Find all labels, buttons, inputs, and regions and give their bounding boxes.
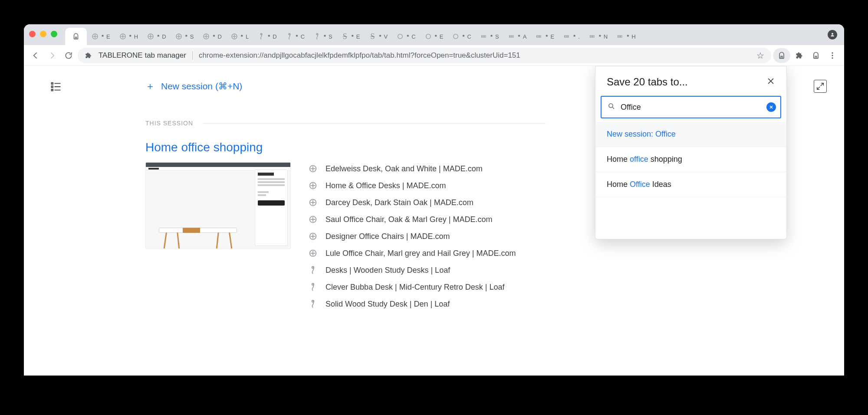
- window-close-button[interactable]: [29, 31, 36, 37]
- browser-tab[interactable]: *A: [503, 28, 531, 45]
- tab-strip: *E*H*D*S*D*L*D*C*SS*ES*V*C*E*C*S*A*E*.*N…: [24, 24, 844, 45]
- extension-pinned-button[interactable]: [809, 48, 823, 63]
- browser-tab[interactable]: *E: [87, 28, 115, 45]
- popup-result-item[interactable]: New session: Office: [595, 122, 786, 147]
- profile-avatar-button[interactable]: [828, 30, 837, 39]
- view-list-toggle[interactable]: [50, 81, 85, 95]
- browser-window: *E*H*D*S*D*L*D*C*SS*ES*V*C*E*C*S*A*E*.*N…: [24, 24, 844, 376]
- session-title[interactable]: Home office shopping: [145, 141, 631, 154]
- o-favicon-icon: [396, 33, 404, 40]
- browser-tab[interactable]: *E: [420, 28, 448, 45]
- made-favicon-icon: [308, 164, 318, 173]
- svg-rect-29: [510, 35, 511, 38]
- made-favicon-icon: [308, 248, 318, 258]
- browser-tab[interactable]: *N: [584, 28, 612, 45]
- browser-tab[interactable]: S*E: [337, 28, 365, 45]
- tab-row-title: Clever Bubba Desk | Mid-Century Retro De…: [326, 283, 505, 292]
- extension-tablerone-button[interactable]: [773, 48, 790, 63]
- made-favicon-icon: [308, 232, 318, 241]
- session-thumbnail[interactable]: [145, 162, 291, 249]
- section-header: THIS SESSION: [145, 120, 631, 127]
- session-tab-row[interactable]: Darcey Desk, Dark Stain Oak | MADE.com: [308, 198, 516, 207]
- svg-rect-40: [590, 35, 591, 38]
- forward-button[interactable]: [45, 48, 59, 63]
- loaf-favicon-icon: [308, 265, 318, 275]
- tab-row-title: Edelweiss Desk, Oak and White | MADE.com: [326, 164, 483, 173]
- popup-result-item[interactable]: Home Office Ideas: [595, 172, 786, 197]
- browser-tab[interactable]: S*V: [365, 28, 392, 45]
- made-favicon-icon: [175, 33, 183, 40]
- made-favicon-icon: [91, 33, 99, 40]
- svg-rect-34: [539, 35, 540, 38]
- browser-tab[interactable]: *C: [281, 28, 309, 45]
- session-tab-list: Edelweiss Desk, Oak and White | MADE.com…: [308, 162, 516, 309]
- session-tab-row[interactable]: Solid Wood Study Desk | Den | Loaf: [308, 299, 516, 309]
- svg-rect-36: [564, 35, 565, 38]
- browser-tab[interactable]: *S: [309, 28, 337, 45]
- browser-tab[interactable]: *C: [447, 28, 475, 45]
- svg-rect-41: [591, 35, 592, 38]
- popup-result-item[interactable]: Home office shopping: [595, 147, 786, 172]
- session-tab-row[interactable]: Saul Office Chair, Oak & Marl Grey | MAD…: [308, 215, 516, 224]
- save-tabs-popup: Save 20 tabs to... New session: OfficeHo…: [595, 66, 787, 239]
- browser-tab[interactable]: *H: [115, 28, 142, 45]
- svg-rect-28: [509, 35, 510, 38]
- o-favicon-icon: [452, 33, 460, 40]
- browser-tab[interactable]: [65, 28, 87, 45]
- omnibox-url: chrome-extension://andpjllgocabfacjlelkf…: [199, 51, 750, 60]
- browser-tab[interactable]: *L: [226, 28, 253, 45]
- svg-rect-46: [620, 35, 621, 38]
- session-tab-row[interactable]: Edelweiss Desk, Oak and White | MADE.com: [308, 164, 516, 173]
- browser-tab[interactable]: *D: [198, 28, 226, 45]
- browser-tab[interactable]: *D: [142, 28, 170, 45]
- svg-rect-35: [540, 35, 541, 38]
- svg-rect-31: [513, 35, 514, 38]
- bar-favicon-icon: [589, 33, 596, 40]
- tab-row-title: Home & Office Desks | MADE.com: [326, 181, 446, 190]
- clear-search-button[interactable]: [766, 102, 776, 112]
- popup-results-list: New session: OfficeHome office shoppingH…: [595, 122, 786, 197]
- popup-search-field[interactable]: [601, 96, 781, 118]
- session-tab-row[interactable]: Lule Office Chair, Marl grey and Hail Gr…: [308, 248, 516, 258]
- browser-tab[interactable]: *S: [171, 28, 198, 45]
- back-button[interactable]: [28, 48, 43, 63]
- session-tab-row[interactable]: Designer Office Chairs | MADE.com: [308, 232, 516, 241]
- window-minimize-button[interactable]: [40, 31, 46, 37]
- svg-rect-33: [538, 35, 539, 38]
- new-session-label: New session (⌘+N): [161, 81, 242, 91]
- window-zoom-button[interactable]: [51, 31, 57, 37]
- svg-rect-45: [619, 35, 620, 38]
- popup-search-input[interactable]: [620, 102, 762, 112]
- svg-rect-38: [567, 35, 568, 38]
- browser-tab[interactable]: *E: [531, 28, 559, 45]
- loaf-favicon-icon: [257, 33, 265, 40]
- svg-point-49: [832, 55, 833, 56]
- svg-rect-42: [592, 35, 593, 38]
- browser-tab[interactable]: *C: [392, 28, 420, 45]
- omnibox[interactable]: TABLERONE tab manager chrome-extension:/…: [78, 48, 771, 63]
- reload-button[interactable]: [61, 48, 76, 63]
- bookmark-star-icon[interactable]: ☆: [756, 50, 764, 61]
- extensions-button[interactable]: [792, 48, 807, 63]
- svg-point-78: [609, 104, 613, 108]
- made-favicon-icon: [308, 181, 318, 190]
- browser-tab[interactable]: *S: [476, 28, 503, 45]
- session-tab-row[interactable]: Desks | Wooden Study Desks | Loaf: [308, 265, 516, 275]
- svg-rect-43: [594, 35, 595, 38]
- new-session-button[interactable]: ＋ New session (⌘+N): [145, 80, 631, 93]
- loaf-favicon-icon: [308, 282, 318, 292]
- browser-tab[interactable]: *H: [612, 28, 640, 45]
- browser-menu-button[interactable]: [825, 48, 840, 63]
- bar-favicon-icon: [563, 33, 571, 40]
- session-body: Edelweiss Desk, Oak and White | MADE.com…: [145, 162, 631, 309]
- made-favicon-icon: [202, 33, 210, 40]
- window-traffic-lights[interactable]: [29, 24, 65, 45]
- session-tab-row[interactable]: Clever Bubba Desk | Mid-Century Retro De…: [308, 282, 516, 292]
- browser-tab[interactable]: *.: [559, 28, 584, 45]
- session-tab-row[interactable]: Home & Office Desks | MADE.com: [308, 181, 516, 190]
- popup-close-button[interactable]: [766, 77, 775, 87]
- svg-rect-25: [483, 35, 483, 38]
- browser-tab[interactable]: *D: [253, 28, 281, 45]
- expand-view-button[interactable]: [814, 80, 827, 93]
- made-favicon-icon: [119, 33, 127, 40]
